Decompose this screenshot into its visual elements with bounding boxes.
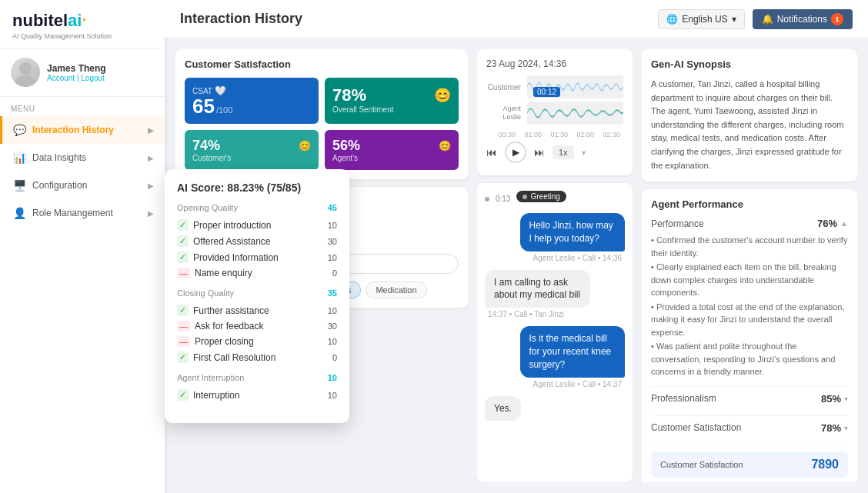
check-first-call: ✓ (177, 351, 189, 363)
menu-label: Menu (0, 97, 165, 116)
customer-track: Customer 00:12 (486, 75, 623, 98)
agent-bubble-2: Is it the medical bill for your recent k… (520, 326, 626, 377)
sidebar-item-data-insights[interactable]: 📊 Data Insights ▶ (0, 144, 165, 172)
sidebar-item-role-management[interactable]: 👤 Role Manangement ▶ (0, 199, 165, 227)
overall-label: Overall Sentiment (332, 105, 451, 114)
opening-quality-group: Opening Quality 45 ✓ Proper introduction… (177, 203, 337, 281)
agent-interruption-score: 10 (328, 373, 337, 382)
right-panel: Gen-AI Synopsis A customer, Tan Jinzi, c… (642, 49, 857, 482)
notifications-button[interactable]: 🔔 Notifications 1 (753, 9, 853, 29)
sidebar-item-configuration[interactable]: 🖥️ Configuration ▶ (0, 172, 165, 199)
lang-label: English US (682, 14, 727, 25)
csat-title: Customer Satisfaction (185, 58, 459, 70)
middle-panel: 23 Aug 2024, 14:36 Customer 00:12 Agen (477, 49, 633, 482)
agent-bubble-1: Hello Jinzi, how may I help you today? (520, 213, 626, 251)
perf-item-professionalism: Professionalism 85% ▾ (651, 393, 848, 416)
csat-denom: /100 (216, 105, 232, 115)
tick-3: 01:30 (550, 131, 568, 138)
opening-quality-label: Opening Quality (177, 203, 238, 212)
logo-area: nubitelai· AI Quality Management Solutio… (0, 0, 165, 48)
nav-label-config: Configuration (32, 180, 87, 191)
csat-bottom-score: 7890 (811, 458, 839, 471)
ai-score-title: AI Score: 88.23% (75/85) (177, 182, 337, 194)
perf-pct-csat: 78% (821, 422, 841, 434)
closing-quality-score: 35 (328, 288, 337, 298)
time-marker: 00:12 (533, 87, 560, 97)
qi-interruption: ✓ Interruption 10 (177, 387, 337, 403)
nav-arrow-role: ▶ (148, 209, 154, 218)
nav-arrow: ▶ (148, 126, 154, 135)
language-selector[interactable]: 🌐 English US ▾ (658, 9, 744, 29)
chat-meta-1: Agent Leslie • Call • 14:36 (485, 254, 625, 262)
customer-bubble-2: Yes. (485, 396, 521, 421)
agent-interruption-group: Agent Interruption 10 ✓ Interruption 10 (177, 373, 337, 403)
qi-provided-info: ✓ Provided Information 10 (177, 249, 337, 265)
opening-quality-score: 45 (328, 203, 337, 212)
check-proper-intro: ✓ (177, 219, 189, 231)
skip-back-button[interactable]: ⏮ (486, 146, 497, 158)
globe-icon: 🌐 (666, 14, 678, 25)
logo-sub: AI Quality Management Solution (12, 32, 152, 40)
waveform-date: 23 Aug 2024, 14:36 (486, 58, 566, 69)
ai-score-popup: AI Score: 88.23% (75/85) Opening Quality… (165, 169, 349, 423)
qi-further-assistance: ✓ Further assistance 10 (177, 302, 337, 318)
agent-performance-title: Agent Performance (651, 198, 848, 210)
agent-waveform (527, 102, 623, 125)
chat-message-4: Yes. (485, 396, 625, 421)
agent-interruption-label: Agent Interruption (177, 373, 244, 382)
perf-text-performance: • Confirmed the customer's account numbe… (651, 234, 848, 378)
user-actions[interactable]: Account | Logout (47, 74, 106, 82)
waveform-section: 23 Aug 2024, 14:36 Customer 00:12 Agen (477, 49, 633, 175)
agent-track-label: AgentLeslie (486, 105, 521, 122)
chat-section: 0:13 Greeting Hello Jinzi, how may I hel… (477, 183, 633, 482)
play-button[interactable]: ▶ (505, 142, 526, 163)
heart-icon: 🤍 (215, 85, 226, 96)
chevron-down-csat[interactable]: ▾ (844, 424, 848, 432)
sidebar: nubitelai· AI Quality Management Solutio… (0, 0, 165, 493)
chat-message-2: I am calling to ask about my medical bil… (485, 270, 625, 319)
avatar (11, 58, 40, 87)
chevron-up-icon[interactable]: ▲ (840, 219, 848, 228)
chat-meta-3: Agent Leslie • Call • 14:37 (485, 380, 625, 388)
notif-badge: 1 (831, 13, 843, 25)
time-ticks: 00:30 01:00 01:30 02:00 02:30 (486, 131, 623, 138)
qi-first-call: ✓ First Call Resolution 0 (177, 349, 337, 365)
qi-ask-feedback: — Ask for feedback 30 (177, 318, 337, 334)
tick-2: 01:00 (524, 131, 542, 138)
speed-button[interactable]: 1x (553, 145, 574, 159)
user-area: James Theng Account | Logout (0, 48, 165, 97)
chevron-down-professionalism[interactable]: ▾ (844, 395, 848, 403)
playback-buttons: ⏮ ▶ ⏭ 1x ▾ (486, 142, 586, 163)
greeting-badge: Greeting (516, 191, 566, 202)
bell-icon: 🔔 (762, 14, 773, 25)
greeting-dot (522, 195, 527, 199)
agent-pct-card: 56% 😊 Agent's (325, 130, 459, 170)
customer-waveform: 00:12 (527, 75, 623, 98)
page-title: Interaction History (180, 11, 302, 27)
perf-item-customer-satisfaction: Customer Satisfaction 78% ▾ (651, 422, 848, 445)
tick-1: 00:30 (498, 131, 516, 138)
playback-controls: ⏮ ▶ ⏭ 1x ▾ (486, 138, 623, 166)
csat-score-card: CSAT 🤍 65 /100 (185, 78, 319, 124)
customer-pct: 74% (192, 138, 220, 154)
smiley-icon-2: 😊 (299, 140, 311, 152)
synopsis-section: Gen-AI Synopsis A customer, Tan Jinzi, c… (642, 49, 857, 182)
qi-name-enquiry: — Name enquiry 0 (177, 265, 337, 281)
chat-icon: 💬 (13, 124, 26, 136)
closing-quality-label: Closing Quality (177, 288, 234, 298)
chevron-down-icon: ▾ (732, 14, 736, 25)
tick-5: 02:30 (603, 131, 620, 138)
perf-pct-professionalism: 85% (821, 393, 841, 405)
logo-nubitel: nubitel (12, 11, 68, 30)
monitor-icon: 🖥️ (13, 179, 26, 192)
tag-medication[interactable]: Medication (366, 281, 426, 298)
check-name-enquiry: — (177, 268, 190, 278)
customer-satisfaction-section: Customer Satisfaction CSAT 🤍 65 (175, 49, 468, 179)
nav-label-interaction: Interaction History (32, 125, 114, 135)
customer-label: Customer's (192, 154, 311, 162)
agent-performance-section: Agent Performance Performance 76% ▲ • Co… (642, 189, 857, 482)
customer-pct-card: 74% 😊 Customer's (185, 130, 319, 170)
skip-forward-button[interactable]: ⏭ (534, 146, 545, 158)
sidebar-item-interaction-history[interactable]: 💬 Interaction History ▶ (0, 116, 165, 144)
check-further-assistance: ✓ (177, 305, 189, 316)
